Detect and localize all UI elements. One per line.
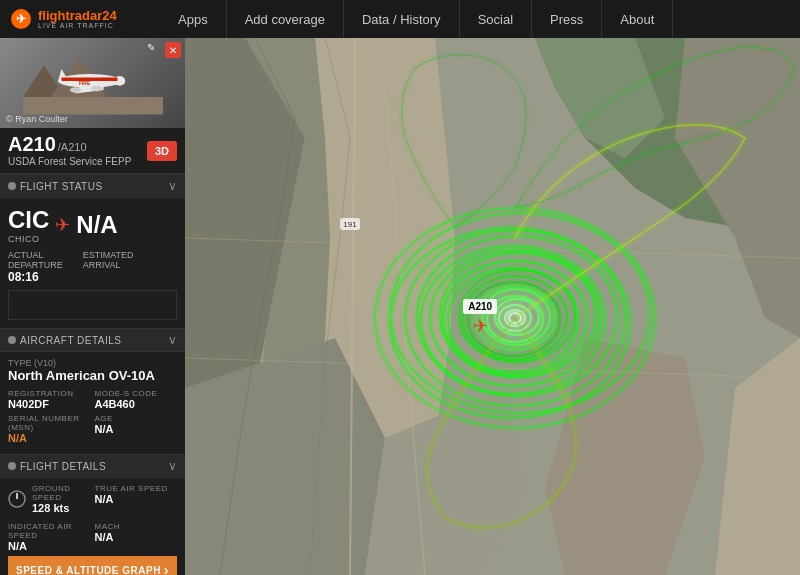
age-item: AGE N/A (95, 414, 178, 444)
svg-text:✈: ✈ (16, 12, 26, 26)
detail-grid: REGISTRATION N402DF MODE-S CODE A4B460 S… (8, 389, 177, 444)
aircraft-marker: A210 ✈ (463, 299, 497, 335)
departure-col: ACTUAL DEPARTURE 08:16 (8, 250, 63, 284)
status-box (8, 290, 177, 320)
aircraft-plane-icon: ✈ (473, 317, 488, 335)
mach-item: MACH N/A (95, 522, 178, 552)
aircraft-type-label: TYPE (V10) (8, 358, 177, 368)
true-air-speed-label: TRUE AIR SPEED (95, 484, 178, 493)
origin-name: CHICO (8, 234, 49, 244)
aircraft-image: FIRE ✕ ✎ © Ryan Coulter (0, 38, 185, 128)
true-air-speed-value: N/A (95, 493, 178, 505)
flight-status-label: FLIGHT STATUS (20, 181, 103, 192)
true-air-speed-item: TRUE AIR SPEED N/A (95, 484, 178, 518)
route-arrow-icon: ✈ (55, 214, 70, 236)
chevron-down-icon: ∨ (168, 179, 178, 193)
flight-details-content: GROUND SPEED 128 kts TRUE AIR SPEED N/A … (0, 478, 185, 575)
arrival-label: ARRIVAL (83, 260, 134, 270)
indicated-air-speed-value: N/A (8, 540, 91, 552)
indicated-air-speed-label: INDICATED AIR SPEED (8, 522, 91, 540)
ground-speed-row: GROUND SPEED 128 kts (8, 484, 91, 514)
serial-item: SERIAL NUMBER (MSN) N/A (8, 414, 91, 444)
nav-item-apps[interactable]: Apps (160, 0, 227, 38)
aircraft-callsign: A210 (8, 134, 56, 154)
aircraft-type-name: North American OV-10A (8, 368, 177, 383)
chevron-down-icon3: ∨ (168, 459, 178, 473)
nav-links: Apps Add coverage Data / History Social … (160, 0, 673, 38)
photo-credit: © Ryan Coulter (6, 114, 68, 124)
serial-label: SERIAL NUMBER (MSN) (8, 414, 91, 432)
registration-item: REGISTRATION N402DF (8, 389, 91, 410)
flight-details-header[interactable]: FLIGHT DETAILS ∨ (0, 454, 185, 478)
status-dot-icon (8, 182, 16, 190)
nav-item-data-history[interactable]: Data / History (344, 0, 460, 38)
modes-item: MODE-S CODE A4B460 (95, 389, 178, 410)
nav-item-add-coverage[interactable]: Add coverage (227, 0, 344, 38)
estimated-label: ESTIMATED (83, 250, 134, 260)
origin-code: CIC (8, 206, 49, 234)
actual-label: ACTUAL (8, 250, 63, 260)
aircraft-silhouette: FIRE (23, 48, 163, 118)
details-dot-icon (8, 336, 16, 344)
sidebar: FIRE ✕ ✎ © Ryan Coulter A210 /A210 USDA … (0, 38, 185, 575)
time-row: ACTUAL DEPARTURE 08:16 ESTIMATED ARRIVAL (8, 250, 177, 284)
speed-graph-label: SPEED & ALTITUDE GRAPH (16, 565, 161, 576)
flight-status-content: CIC CHICO ✈ N/A ACTUAL DEPARTURE 08:16 E… (0, 198, 185, 328)
flight-status-header[interactable]: FLIGHT STATUS ∨ (0, 174, 185, 198)
aircraft-details-header[interactable]: AIRCRAFT DETAILS ∨ (0, 328, 185, 352)
svg-rect-9 (61, 77, 117, 81)
speed-altitude-graph-button[interactable]: SPEED & ALTITUDE GRAPH › (8, 556, 177, 575)
edit-icon[interactable]: ✎ (147, 42, 161, 56)
fd-grid-2: INDICATED AIR SPEED N/A MACH N/A (8, 522, 177, 552)
svg-text:191: 191 (343, 220, 357, 229)
departure-time: 08:16 (8, 270, 63, 284)
logo[interactable]: ✈ flightradar24 LIVE AIR TRAFFIC (0, 8, 160, 30)
serial-value: N/A (8, 432, 91, 444)
registration-label: REGISTRATION (8, 389, 91, 398)
svg-rect-2 (23, 97, 163, 115)
svg-point-11 (69, 87, 80, 93)
logo-text: flightradar24 (38, 9, 117, 22)
destination-code: N/A (76, 211, 117, 239)
aircraft-operator: USDA Forest Service FEPP (8, 156, 131, 167)
aircraft-map-label: A210 (463, 299, 497, 314)
mach-value: N/A (95, 531, 178, 543)
map-area[interactable]: 191 (185, 38, 800, 575)
nav-item-social[interactable]: Social (460, 0, 532, 38)
svg-point-12 (90, 86, 101, 92)
indicated-air-speed-item: INDICATED AIR SPEED N/A (8, 522, 91, 552)
age-label: AGE (95, 414, 178, 423)
svg-text:FIRE: FIRE (79, 81, 91, 86)
top-navigation: ✈ flightradar24 LIVE AIR TRAFFIC Apps Ad… (0, 0, 800, 38)
departure-label: DEPARTURE (8, 260, 63, 270)
nav-item-press[interactable]: Press (532, 0, 602, 38)
view-3d-button[interactable]: 3D (147, 141, 177, 161)
flight-details-label: FLIGHT DETAILS (20, 461, 106, 472)
ground-speed-value: 128 kts (32, 502, 91, 514)
mach-label: MACH (95, 522, 178, 531)
speed-icon (8, 489, 26, 509)
logo-subtitle: LIVE AIR TRAFFIC (38, 22, 117, 29)
fd-grid-1: GROUND SPEED 128 kts TRUE AIR SPEED N/A (8, 484, 177, 518)
aircraft-id-block: A210 /A210 USDA Forest Service FEPP (8, 134, 131, 167)
ground-speed-label: GROUND SPEED (32, 484, 91, 502)
route-display: CIC CHICO ✈ N/A (8, 206, 177, 244)
arrow-right-icon: › (164, 562, 169, 575)
aircraft-details-label: AIRCRAFT DETAILS (20, 335, 122, 346)
arrival-col: ESTIMATED ARRIVAL (83, 250, 134, 284)
age-value: N/A (95, 423, 178, 435)
flight-details-dot-icon (8, 462, 16, 470)
chevron-down-icon2: ∨ (168, 333, 178, 347)
aircraft-header: A210 /A210 USDA Forest Service FEPP 3D (0, 128, 185, 174)
close-button[interactable]: ✕ (165, 42, 181, 58)
aircraft-registration: /A210 (58, 141, 87, 153)
modes-label: MODE-S CODE (95, 389, 178, 398)
modes-value: A4B460 (95, 398, 178, 410)
aircraft-details-content: TYPE (V10) North American OV-10A REGISTR… (0, 352, 185, 454)
registration-value: N402DF (8, 398, 91, 410)
nav-item-about[interactable]: About (602, 0, 673, 38)
